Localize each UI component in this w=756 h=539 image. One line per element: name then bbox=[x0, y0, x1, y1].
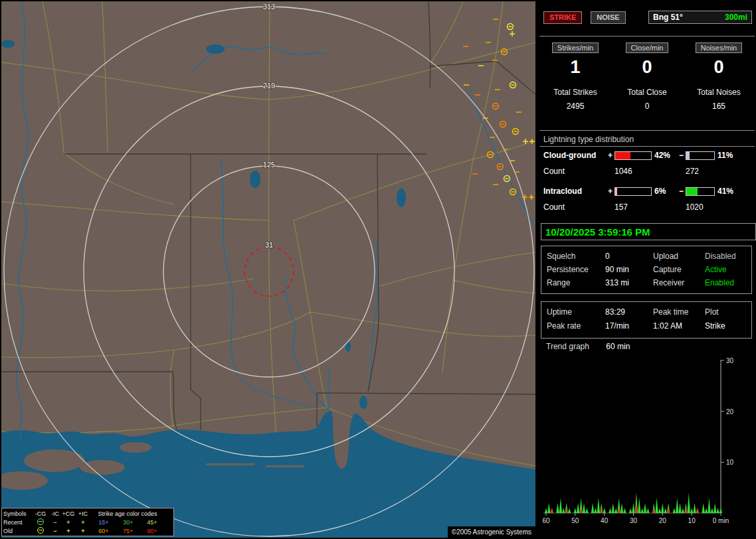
bearing-range-display: Bng 51° 300mi bbox=[648, 11, 752, 24]
strike-mode-button[interactable]: STRIKE bbox=[543, 11, 582, 24]
range-ring-label-219: 219 bbox=[263, 82, 275, 90]
trend-graph-window: 60 min bbox=[606, 342, 630, 351]
mode-toolbar: STRIKE NOISE Bng 51° 300mi bbox=[543, 10, 752, 25]
divider bbox=[539, 36, 755, 37]
rate-labels-row: Strikes/min Close/min Noises/min bbox=[539, 42, 755, 53]
age-45: 45+ bbox=[140, 519, 164, 526]
ic-plus-bar bbox=[614, 187, 652, 196]
cg-minus-count: 272 bbox=[686, 167, 741, 176]
ic-plus-count: 157 bbox=[614, 202, 677, 212]
map-svg[interactable]: 313 219 125 31 bbox=[1, 1, 535, 538]
ic-minus-bar bbox=[686, 187, 715, 196]
copyright-notice: ©2005 Astrogenic Systems bbox=[448, 526, 535, 538]
distribution-title: Lightning type distribution bbox=[543, 135, 634, 144]
settings-panel: Squelch 0 Upload Disabled Persistence 90… bbox=[541, 246, 752, 294]
cg-minus-icon bbox=[33, 527, 48, 535]
svg-text:20: 20 bbox=[726, 408, 734, 416]
svg-text:10: 10 bbox=[688, 517, 696, 524]
cg-plus-bar bbox=[614, 151, 652, 160]
age-60: 60+ bbox=[91, 528, 116, 534]
trend-graph-label: Trend graph bbox=[546, 342, 589, 351]
legend-type-cg-minus: -CG bbox=[33, 510, 48, 517]
trend-x-ticks: 6050403020100 min bbox=[542, 513, 729, 524]
legend-old-label: Old bbox=[3, 528, 33, 534]
range-ring-label-31: 31 bbox=[265, 241, 273, 249]
trend-graph-label-row: Trend graph 60 min bbox=[546, 342, 630, 351]
total-noises: Total Noises 165 bbox=[697, 88, 740, 111]
legend-type-ic-minus: -IC bbox=[48, 510, 62, 517]
trend-series-layer bbox=[545, 493, 722, 513]
legend-header-row: Symbols -CG -IC +CG +IC Strike age color… bbox=[3, 509, 172, 518]
strike-legend: Symbols -CG -IC +CG +IC Strike age color… bbox=[1, 508, 174, 536]
close-per-min-label: Close/min bbox=[626, 42, 669, 53]
totals-row: Total Strikes 2495 Total Close 0 Total N… bbox=[539, 88, 755, 111]
legend-recent-label: Recent bbox=[3, 519, 33, 526]
age-15: 15+ bbox=[91, 519, 116, 526]
ic-minus-icon: − bbox=[48, 519, 62, 526]
legend-type-cg-plus: +CG bbox=[62, 510, 75, 517]
intracloud-count-row: Count 157 1020 bbox=[539, 202, 756, 212]
svg-text:30: 30 bbox=[630, 517, 638, 524]
stats-row: Peak rate 17/min 1:02 AM Strike bbox=[541, 319, 751, 333]
age-90: 90+ bbox=[140, 528, 164, 534]
trend-chart: 6050403020100 min 302010 bbox=[539, 356, 755, 531]
range-value: 300mi bbox=[725, 13, 747, 22]
ic-minus-count: 1020 bbox=[686, 202, 741, 212]
datetime-display: 10/20/2025 3:59:16 PM bbox=[541, 223, 756, 240]
legend-old-row: Old − + + 60+ 75+ 90+ bbox=[3, 526, 172, 535]
noise-mode-button[interactable]: NOISE bbox=[591, 11, 625, 24]
datetime-value: 10/20/2025 3:59:16 PM bbox=[545, 226, 650, 238]
range-ring-label-313: 313 bbox=[263, 3, 275, 11]
strikes-per-min-label: Strikes/min bbox=[552, 42, 599, 53]
legend-type-ic-plus: +IC bbox=[75, 510, 91, 517]
stats-row: Uptime 83:29 Peak time Plot bbox=[541, 305, 751, 319]
strikes-per-min-value: 1 bbox=[570, 57, 580, 78]
total-close: Total Close 0 bbox=[627, 88, 666, 111]
svg-text:40: 40 bbox=[601, 517, 609, 524]
stats-panel: Uptime 83:29 Peak time Plot Peak rate 17… bbox=[541, 301, 752, 339]
plus-sign: + bbox=[606, 187, 614, 196]
cg-plus-icon: + bbox=[62, 528, 75, 534]
age-30: 30+ bbox=[116, 519, 140, 526]
noises-per-min-value: 0 bbox=[713, 57, 723, 78]
cloud-ground-row: Cloud-ground + 42% − 11% bbox=[539, 150, 756, 161]
svg-text:30: 30 bbox=[726, 357, 734, 364]
svg-text:50: 50 bbox=[571, 517, 579, 524]
age-75: 75+ bbox=[116, 528, 140, 534]
settings-row: Squelch 0 Upload Disabled bbox=[541, 250, 751, 263]
rate-values-row: 1 0 0 bbox=[539, 57, 755, 78]
cg-minus-icon bbox=[33, 518, 48, 526]
intracloud-row: Intracloud + 6% − 41% bbox=[539, 186, 756, 196]
plus-sign: + bbox=[606, 151, 614, 160]
legend-symbols-header: Symbols bbox=[3, 510, 33, 517]
minus-sign: − bbox=[677, 151, 686, 160]
total-strikes: Total Strikes 2495 bbox=[553, 88, 597, 111]
settings-row: Persistence 90 min Capture Active bbox=[541, 263, 751, 276]
trend-y-ticks: 302010 bbox=[721, 357, 734, 466]
legend-age-title: Strike age color codes bbox=[91, 510, 164, 517]
noises-per-min-label: Noises/min bbox=[696, 42, 742, 53]
minus-sign: − bbox=[677, 187, 686, 196]
svg-text:60: 60 bbox=[542, 517, 550, 524]
sidebar: STRIKE NOISE Bng 51° 300mi Strikes/min C… bbox=[539, 1, 755, 538]
settings-row: Range 313 mi Receiver Enabled bbox=[541, 276, 751, 289]
map-area[interactable]: 313 219 125 31 Symbols -CG -IC +CG +IC S… bbox=[1, 1, 535, 538]
svg-text:10: 10 bbox=[726, 459, 734, 466]
svg-text:0 min: 0 min bbox=[713, 517, 729, 524]
legend-recent-row: Recent − + + 15+ 30+ 45+ bbox=[3, 518, 172, 526]
divider bbox=[539, 130, 755, 131]
cg-plus-icon: + bbox=[62, 519, 75, 526]
svg-text:20: 20 bbox=[659, 517, 667, 524]
range-ring-label-125: 125 bbox=[263, 161, 275, 169]
ic-plus-icon: + bbox=[75, 528, 91, 534]
ic-minus-icon: − bbox=[48, 528, 62, 534]
cg-minus-bar bbox=[686, 151, 715, 160]
cloud-ground-count-row: Count 1046 272 bbox=[539, 166, 756, 177]
bearing-value: Bng 51° bbox=[653, 13, 683, 22]
close-per-min-value: 0 bbox=[642, 57, 652, 78]
divider bbox=[539, 146, 755, 147]
cg-plus-count: 1046 bbox=[614, 167, 677, 176]
ic-plus-icon: + bbox=[75, 519, 91, 526]
